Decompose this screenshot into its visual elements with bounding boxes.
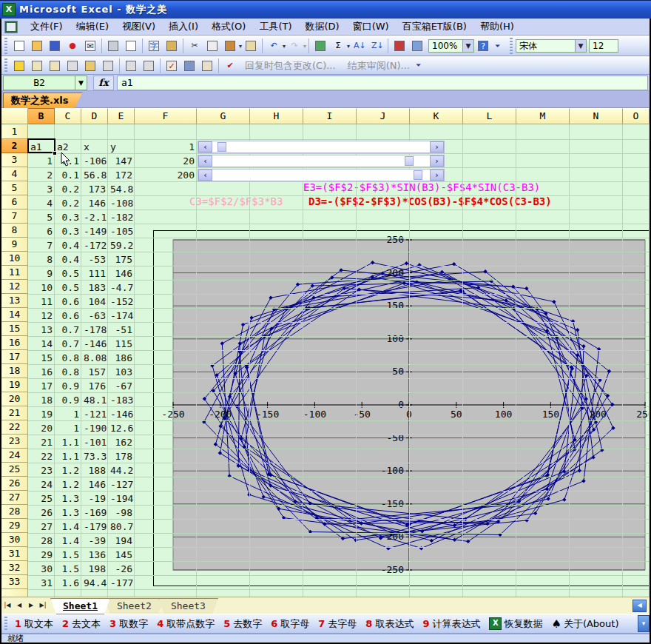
row-header-20[interactable]: 20: [1, 392, 28, 406]
toolbar-options-icon[interactable]: ⏷: [495, 42, 504, 50]
row-header-8[interactable]: 8: [1, 224, 28, 238]
cell[interactable]: 200: [135, 168, 197, 182]
cell[interactable]: 94.4: [81, 576, 108, 590]
cell[interactable]: 0.5: [55, 266, 81, 281]
custom-tool-2[interactable]: 2去文本: [62, 617, 101, 631]
hyperlink-icon[interactable]: [312, 38, 328, 54]
font-size-combo[interactable]: 12: [589, 39, 618, 53]
menu-item-9[interactable]: 帮助(H): [473, 19, 521, 35]
cell[interactable]: 7: [28, 238, 55, 252]
cell[interactable]: 1.2: [55, 463, 81, 477]
column-header-G[interactable]: G: [197, 108, 250, 124]
spelling-icon[interactable]: 字: [146, 38, 162, 54]
cell[interactable]: 73.3: [81, 449, 108, 463]
cell[interactable]: 1.6: [55, 576, 81, 590]
zoom-combo[interactable]: 100%▼: [428, 39, 474, 53]
next-comment-icon[interactable]: [47, 58, 63, 74]
cell[interactable]: 0.4: [55, 252, 81, 266]
font-name-dropdown-icon[interactable]: ▼: [575, 40, 586, 52]
cell[interactable]: 0.8: [55, 351, 81, 365]
cell[interactable]: -149: [81, 224, 108, 238]
prev-sheet-icon[interactable]: ◀: [13, 599, 25, 612]
column-header-M[interactable]: M: [516, 108, 570, 124]
send-mail-icon[interactable]: [199, 58, 215, 74]
cell[interactable]: 1: [55, 407, 81, 421]
cell[interactable]: 0.3: [55, 210, 81, 224]
row-header-30[interactable]: 30: [1, 533, 28, 547]
cell[interactable]: -174: [108, 309, 135, 323]
cell[interactable]: 8.08: [81, 351, 108, 365]
toolbar-options-icon[interactable]: ⏷: [416, 61, 425, 70]
row-header-23[interactable]: 23: [1, 435, 28, 449]
column-header-B[interactable]: B: [28, 108, 55, 124]
cell[interactable]: -152: [108, 295, 135, 309]
email-icon[interactable]: ✉: [82, 38, 98, 54]
cell[interactable]: 17: [28, 379, 55, 393]
cell[interactable]: 0.9: [55, 379, 81, 393]
cell[interactable]: 54.8: [108, 182, 135, 196]
cell[interactable]: 8: [28, 252, 55, 266]
custom-tool-11[interactable]: ♠关于(About): [551, 617, 618, 631]
row-header-10[interactable]: 10: [1, 252, 28, 266]
cell[interactable]: -172: [81, 238, 108, 252]
cell[interactable]: 147: [108, 154, 135, 168]
scrollbar-right-arrow-icon[interactable]: ›: [430, 155, 444, 167]
print-preview-icon[interactable]: [123, 38, 139, 54]
custom-tool-10[interactable]: X恢复数据: [489, 617, 542, 631]
highlighter-icon[interactable]: [123, 58, 139, 74]
cell[interactable]: 115: [108, 337, 135, 351]
scrollbar-control-1[interactable]: ‹›: [198, 141, 445, 153]
cell[interactable]: 1.1: [55, 449, 81, 463]
cell[interactable]: y: [108, 140, 135, 154]
edit-comment-icon[interactable]: [64, 58, 81, 74]
cell[interactable]: 157: [81, 365, 108, 379]
cell[interactable]: 16: [28, 365, 55, 379]
menu-item-2[interactable]: 视图(V): [115, 19, 162, 35]
cell[interactable]: 194: [108, 534, 135, 548]
cell[interactable]: 12: [28, 309, 55, 323]
cell[interactable]: 104: [81, 295, 108, 309]
insert-function-button[interactable]: fx: [93, 76, 114, 90]
name-box-dropdown-icon[interactable]: ▼: [75, 76, 87, 90]
new-document-icon[interactable]: [11, 38, 27, 54]
cell[interactable]: 1.1: [55, 435, 81, 449]
column-header-L[interactable]: L: [463, 108, 516, 124]
toolbar-grip[interactable]: [4, 58, 7, 73]
cell[interactable]: 19: [28, 407, 55, 421]
row-header-15[interactable]: 15: [1, 322, 28, 336]
scrollbar-left-arrow-icon[interactable]: ‹: [198, 170, 212, 181]
menu-item-8[interactable]: 百宝箱ET版(B): [396, 19, 473, 35]
cell[interactable]: 20: [28, 421, 55, 435]
cell[interactable]: 23: [28, 463, 55, 477]
help-icon[interactable]: ?: [475, 38, 491, 54]
workbook-tab[interactable]: 数学之美.xls: [3, 93, 83, 110]
cell[interactable]: 26: [28, 506, 55, 520]
cell[interactable]: 4: [28, 196, 55, 210]
cell[interactable]: 1: [135, 140, 197, 154]
undo-review-icon[interactable]: [141, 58, 157, 74]
menu-item-7[interactable]: 窗口(W): [346, 19, 396, 35]
cell[interactable]: 18: [28, 393, 55, 407]
cell[interactable]: -98: [108, 506, 135, 520]
cell[interactable]: 0.2: [55, 182, 81, 196]
cell[interactable]: 1.4: [55, 534, 81, 548]
column-header-D[interactable]: D: [81, 108, 108, 124]
scrollbar-left-arrow-icon[interactable]: ‹: [198, 141, 212, 152]
cell[interactable]: -190: [81, 421, 108, 435]
track-changes-icon[interactable]: ✓: [163, 58, 180, 74]
cell[interactable]: 0.6: [55, 295, 81, 309]
cell[interactable]: 13: [28, 323, 55, 337]
cell[interactable]: 21: [28, 435, 55, 449]
column-header-F[interactable]: F: [135, 108, 197, 124]
cell[interactable]: 146: [81, 196, 108, 210]
custom-tool-5[interactable]: 5去数字: [223, 617, 262, 631]
worksheet-grid[interactable]: E3=($F$2-$F$3)*SIN(B3)-$F$4*SIN(C3-B3) C…: [1, 108, 650, 597]
cell[interactable]: -169: [81, 506, 108, 520]
cell[interactable]: 1.5: [55, 548, 81, 562]
cell[interactable]: 44.2: [108, 463, 135, 477]
scrollbar-thumb[interactable]: [414, 170, 422, 180]
cell[interactable]: x: [81, 140, 108, 154]
row-header-2[interactable]: 2: [1, 139, 28, 153]
menu-item-4[interactable]: 格式(O): [205, 19, 252, 35]
cell[interactable]: 173: [81, 182, 108, 196]
